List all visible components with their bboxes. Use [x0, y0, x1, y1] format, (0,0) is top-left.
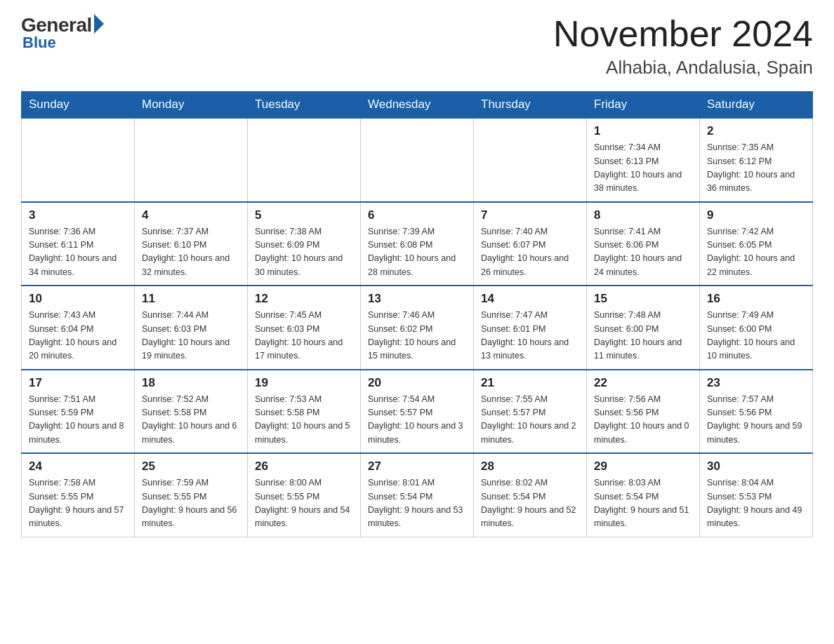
- day-of-week-header: Tuesday: [248, 92, 361, 119]
- calendar-cell: 28Sunrise: 8:02 AM Sunset: 5:54 PM Dayli…: [474, 453, 587, 537]
- day-number: 2: [707, 124, 805, 138]
- calendar-cell: 12Sunrise: 7:45 AM Sunset: 6:03 PM Dayli…: [248, 286, 361, 370]
- day-number: 27: [368, 459, 466, 474]
- calendar-table: SundayMondayTuesdayWednesdayThursdayFrid…: [21, 91, 813, 537]
- day-number: 8: [594, 208, 692, 222]
- calendar-header-row: SundayMondayTuesdayWednesdayThursdayFrid…: [22, 92, 813, 119]
- calendar-cell: [22, 118, 135, 202]
- day-number: 28: [481, 459, 579, 474]
- calendar-cell: 16Sunrise: 7:49 AM Sunset: 6:00 PM Dayli…: [700, 286, 813, 370]
- day-info: Sunrise: 7:36 AM Sunset: 6:11 PM Dayligh…: [29, 225, 127, 280]
- month-title: November 2024: [553, 14, 813, 54]
- day-number: 22: [594, 376, 692, 390]
- day-number: 4: [142, 208, 240, 222]
- calendar-cell: [135, 118, 248, 202]
- week-row: 1Sunrise: 7:34 AM Sunset: 6:13 PM Daylig…: [22, 118, 813, 202]
- calendar-cell: 6Sunrise: 7:39 AM Sunset: 6:08 PM Daylig…: [361, 202, 474, 286]
- day-number: 17: [29, 376, 127, 390]
- day-number: 7: [481, 208, 579, 222]
- calendar-cell: [248, 118, 361, 202]
- day-info: Sunrise: 7:47 AM Sunset: 6:01 PM Dayligh…: [481, 309, 579, 363]
- day-number: 14: [481, 292, 579, 306]
- day-number: 15: [594, 292, 692, 306]
- day-number: 6: [368, 208, 466, 222]
- day-number: 18: [142, 376, 240, 390]
- day-info: Sunrise: 7:55 AM Sunset: 5:57 PM Dayligh…: [481, 393, 579, 448]
- day-info: Sunrise: 7:43 AM Sunset: 6:04 PM Dayligh…: [29, 309, 127, 363]
- calendar-cell: 20Sunrise: 7:54 AM Sunset: 5:57 PM Dayli…: [361, 370, 474, 454]
- day-info: Sunrise: 7:57 AM Sunset: 5:56 PM Dayligh…: [707, 393, 805, 448]
- day-info: Sunrise: 7:46 AM Sunset: 6:02 PM Dayligh…: [368, 309, 466, 363]
- day-of-week-header: Saturday: [700, 92, 813, 119]
- day-of-week-header: Friday: [587, 92, 700, 119]
- logo: General Blue: [21, 14, 104, 52]
- calendar-cell: 14Sunrise: 7:47 AM Sunset: 6:01 PM Dayli…: [474, 286, 587, 370]
- calendar-cell: 9Sunrise: 7:42 AM Sunset: 6:05 PM Daylig…: [700, 202, 813, 286]
- day-number: 20: [368, 376, 466, 390]
- day-number: 11: [142, 292, 240, 306]
- calendar-cell: 18Sunrise: 7:52 AM Sunset: 5:58 PM Dayli…: [135, 370, 248, 454]
- calendar-cell: 1Sunrise: 7:34 AM Sunset: 6:13 PM Daylig…: [587, 118, 700, 202]
- day-info: Sunrise: 7:53 AM Sunset: 5:58 PM Dayligh…: [255, 393, 353, 448]
- calendar-cell: 17Sunrise: 7:51 AM Sunset: 5:59 PM Dayli…: [22, 370, 135, 454]
- day-info: Sunrise: 7:56 AM Sunset: 5:56 PM Dayligh…: [594, 393, 692, 448]
- week-row: 17Sunrise: 7:51 AM Sunset: 5:59 PM Dayli…: [22, 370, 813, 454]
- day-info: Sunrise: 7:54 AM Sunset: 5:57 PM Dayligh…: [368, 393, 466, 448]
- day-number: 19: [255, 376, 353, 390]
- calendar-cell: 15Sunrise: 7:48 AM Sunset: 6:00 PM Dayli…: [587, 286, 700, 370]
- day-info: Sunrise: 7:38 AM Sunset: 6:09 PM Dayligh…: [255, 225, 353, 280]
- day-info: Sunrise: 7:34 AM Sunset: 6:13 PM Dayligh…: [594, 141, 692, 196]
- calendar-cell: 2Sunrise: 7:35 AM Sunset: 6:12 PM Daylig…: [700, 118, 813, 202]
- day-number: 29: [594, 459, 692, 474]
- logo-blue-text: Blue: [22, 34, 56, 52]
- day-info: Sunrise: 7:45 AM Sunset: 6:03 PM Dayligh…: [255, 309, 353, 363]
- day-number: 1: [594, 124, 692, 138]
- calendar-cell: [361, 118, 474, 202]
- day-number: 3: [29, 208, 127, 222]
- day-number: 5: [255, 208, 353, 222]
- day-info: Sunrise: 7:44 AM Sunset: 6:03 PM Dayligh…: [142, 309, 240, 363]
- day-info: Sunrise: 7:40 AM Sunset: 6:07 PM Dayligh…: [481, 225, 579, 280]
- calendar-cell: 19Sunrise: 7:53 AM Sunset: 5:58 PM Dayli…: [248, 370, 361, 454]
- day-info: Sunrise: 7:35 AM Sunset: 6:12 PM Dayligh…: [707, 141, 805, 196]
- title-block: November 2024 Alhabia, Andalusia, Spain: [553, 14, 813, 79]
- day-info: Sunrise: 7:59 AM Sunset: 5:55 PM Dayligh…: [142, 476, 240, 531]
- calendar-cell: 24Sunrise: 7:58 AM Sunset: 5:55 PM Dayli…: [22, 453, 135, 537]
- day-number: 30: [707, 459, 805, 474]
- day-number: 25: [142, 459, 240, 474]
- week-row: 10Sunrise: 7:43 AM Sunset: 6:04 PM Dayli…: [22, 286, 813, 370]
- calendar-cell: 5Sunrise: 7:38 AM Sunset: 6:09 PM Daylig…: [248, 202, 361, 286]
- day-info: Sunrise: 7:39 AM Sunset: 6:08 PM Dayligh…: [368, 225, 466, 280]
- day-info: Sunrise: 7:51 AM Sunset: 5:59 PM Dayligh…: [29, 393, 127, 448]
- page-header: General Blue November 2024 Alhabia, Anda…: [21, 14, 813, 79]
- calendar-cell: 4Sunrise: 7:37 AM Sunset: 6:10 PM Daylig…: [135, 202, 248, 286]
- day-number: 12: [255, 292, 353, 306]
- calendar-cell: 23Sunrise: 7:57 AM Sunset: 5:56 PM Dayli…: [700, 370, 813, 454]
- day-info: Sunrise: 7:41 AM Sunset: 6:06 PM Dayligh…: [594, 225, 692, 280]
- day-of-week-header: Wednesday: [361, 92, 474, 119]
- day-info: Sunrise: 7:52 AM Sunset: 5:58 PM Dayligh…: [142, 393, 240, 448]
- day-of-week-header: Thursday: [474, 92, 587, 119]
- day-info: Sunrise: 7:48 AM Sunset: 6:00 PM Dayligh…: [594, 309, 692, 363]
- location-title: Alhabia, Andalusia, Spain: [553, 57, 813, 79]
- day-info: Sunrise: 8:00 AM Sunset: 5:55 PM Dayligh…: [255, 476, 353, 531]
- day-info: Sunrise: 8:02 AM Sunset: 5:54 PM Dayligh…: [481, 476, 579, 531]
- calendar-cell: 25Sunrise: 7:59 AM Sunset: 5:55 PM Dayli…: [135, 453, 248, 537]
- calendar-cell: 11Sunrise: 7:44 AM Sunset: 6:03 PM Dayli…: [135, 286, 248, 370]
- day-info: Sunrise: 8:04 AM Sunset: 5:53 PM Dayligh…: [707, 476, 805, 531]
- day-info: Sunrise: 8:01 AM Sunset: 5:54 PM Dayligh…: [368, 476, 466, 531]
- day-info: Sunrise: 7:58 AM Sunset: 5:55 PM Dayligh…: [29, 476, 127, 531]
- day-number: 13: [368, 292, 466, 306]
- calendar-cell: 27Sunrise: 8:01 AM Sunset: 5:54 PM Dayli…: [361, 453, 474, 537]
- day-number: 10: [29, 292, 127, 306]
- day-number: 26: [255, 459, 353, 474]
- calendar-cell: 26Sunrise: 8:00 AM Sunset: 5:55 PM Dayli…: [248, 453, 361, 537]
- day-number: 24: [29, 459, 127, 474]
- day-of-week-header: Sunday: [22, 92, 135, 119]
- calendar-cell: 13Sunrise: 7:46 AM Sunset: 6:02 PM Dayli…: [361, 286, 474, 370]
- day-number: 9: [707, 208, 805, 222]
- calendar-cell: 10Sunrise: 7:43 AM Sunset: 6:04 PM Dayli…: [22, 286, 135, 370]
- day-info: Sunrise: 7:37 AM Sunset: 6:10 PM Dayligh…: [142, 225, 240, 280]
- day-info: Sunrise: 7:42 AM Sunset: 6:05 PM Dayligh…: [707, 225, 805, 280]
- calendar-cell: 30Sunrise: 8:04 AM Sunset: 5:53 PM Dayli…: [700, 453, 813, 537]
